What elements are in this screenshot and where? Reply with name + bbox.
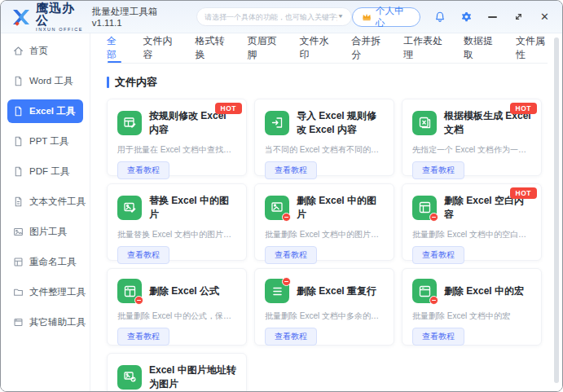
tool-title: Excel 中图片地址转为图片 [149,363,236,391]
brand-name-cn: 鹰迅办公 [36,2,86,26]
document-icon [13,136,24,147]
app-subtitle: 批量处理工具箱 v1.11.1 [92,6,187,28]
document-icon [13,166,24,177]
rows-delete-icon [265,279,289,303]
notification-bell-icon[interactable] [434,11,446,24]
sidebar-item-label: PDF 工具 [29,165,69,178]
tool-card[interactable]: HOT 按规则修改 Excel 内容 用于批量在 Excel 文档中查找并替换/… [107,99,247,176]
view-tutorial-button[interactable]: 查看教程 [265,161,317,179]
tool-card[interactable]: 删除 Excel 中的图片 批量删除 Excel 文档中的图片，可以... 查看… [254,183,394,261]
tab-worksheet[interactable]: 工作表处理 [403,33,443,63]
tool-title: 导入 Excel 规则修改 Excel 内容 [297,109,384,137]
brand-logo-icon [11,7,32,28]
sidebar-item-misc[interactable]: 其它辅助工具 [7,311,83,334]
sidebar-item-excel[interactable]: Excel 工具 [7,99,83,123]
sidebar-item-label: PPT 工具 [29,135,68,148]
minimize-button[interactable] [486,11,499,24]
tool-description: 批量删除 Excel 文档中的宏 [412,311,531,322]
excel-edit-icon [117,111,142,135]
sidebar-item-textfile[interactable]: 文本文件工具 [7,190,83,214]
sidebar-item-label: 首页 [29,45,48,57]
tool-description: 批量删除 Excel 文档中多余的重复行 [265,311,384,322]
sidebar-item-home[interactable]: 首页 [7,39,83,63]
tool-card[interactable]: 导入 Excel 规则修改 Excel 内容 当不同的 Excel 文档有不同的… [254,99,394,176]
tool-description: 批量删除 Excel 中的公式，保留计算... [117,311,236,322]
maximize-button[interactable] [512,11,525,24]
vertical-scrollbar[interactable] [554,37,559,383]
sidebar-item-image[interactable]: 图片工具 [7,220,83,244]
sidebar-item-pdf[interactable]: PDF 工具 [7,160,83,183]
search-input[interactable] [205,13,337,21]
close-button[interactable]: ✕ [539,11,551,24]
chevron-down-icon[interactable]: ▼ [337,14,344,20]
tool-description: 用于批量在 Excel 文档中查找并替换/... [117,144,236,156]
tool-card[interactable]: 替换 Excel 中的图片 批量替换 Excel 文档中的图片，可以... 查看… [107,183,247,261]
tab-data-extract[interactable]: 数据提取 [464,33,495,63]
minus-badge-icon [282,213,291,222]
tool-card[interactable]: HOT 删除 Excel 空白内容 批量删除 Excel 文档中的空白工作表..… [402,183,542,261]
tool-description: 先指定一个 Excel 文档作为一个模板... [412,144,531,156]
tool-title: 删除 Excel 中的图片 [297,194,384,222]
view-tutorial-button[interactable]: 查看教程 [412,246,464,264]
hot-badge: HOT [215,103,242,114]
document-icon [13,196,24,207]
tab-file-props[interactable]: 文件属性 [516,33,548,63]
minus-badge-icon [134,296,143,305]
view-tutorial-button[interactable]: 查看教程 [265,328,317,346]
sidebar-item-ppt[interactable]: PPT 工具 [7,130,83,153]
view-tutorial-button[interactable]: 查看教程 [117,161,169,179]
folder-icon [13,287,24,297]
sidebar-item-label: 文本文件工具 [29,196,86,208]
category-tabs: 全部 文件内容 格式转换 页眉页脚 文件水印 合并拆分 工作表处理 数据提取 文… [107,33,548,64]
tool-card[interactable]: HOT 根据模板生成 Excel 文档 先指定一个 Excel 文档作为一个模板… [402,99,542,176]
tab-all[interactable]: 全部 [107,33,122,63]
window-body: 首页 Word 工具 Excel 工具 PPT 工具 PDF 工具 文本文件工具 [1,33,562,391]
image-delete-icon [265,196,289,220]
sidebar-item-organize[interactable]: 文件整理工具 [7,280,83,304]
tab-header-footer[interactable]: 页眉页脚 [247,33,279,63]
section-title: 文件内容 [115,75,157,90]
section-header: 文件内容 [107,75,562,90]
sidebar-item-label: 其它辅助工具 [29,316,86,328]
sidebar-nav: 首页 Word 工具 Excel 工具 PPT 工具 PDF 工具 文本文件工具 [1,33,90,391]
view-tutorial-button[interactable]: 查看教程 [412,161,464,179]
sidebar-item-label: Word 工具 [29,75,73,87]
sidebar-item-word[interactable]: Word 工具 [7,69,83,93]
formula-delete-icon [117,279,142,303]
title-bar: 鹰迅办公 INXUN OFFICE 批量处理工具箱 v1.11.1 ▼ 个人中心 [1,1,562,33]
function-search[interactable]: ▼ [196,7,352,26]
user-center-button[interactable]: 个人中心 [352,7,420,27]
tab-format-convert[interactable]: 格式转换 [195,33,227,63]
document-icon [13,106,24,117]
view-tutorial-button[interactable]: 查看教程 [412,328,464,346]
tool-description: 当不同的 Excel 文档有不同的修改规... [265,144,384,156]
user-center-label: 个人中心 [376,5,411,29]
view-tutorial-button[interactable]: 查看教程 [117,328,169,346]
tool-title: 删除 Excel 重复行 [297,284,376,298]
document-icon [13,76,24,86]
excel-import-icon [265,111,289,135]
view-tutorial-button[interactable]: 查看教程 [265,246,317,264]
tab-file-content[interactable]: 文件内容 [143,33,174,63]
tool-card[interactable]: 删除 Excel 公式 批量删除 Excel 中的公式，保留计算... 查看教程 [107,268,247,346]
tool-card[interactable]: 删除 Excel 中的宏 批量删除 Excel 文档中的宏 查看教程 [402,268,542,346]
blank-delete-icon [412,196,437,220]
tool-card[interactable]: 删除 Excel 重复行 批量删除 Excel 文档中多余的重复行 查看教程 [254,268,394,346]
app-window: 鹰迅办公 INXUN OFFICE 批量处理工具箱 v1.11.1 ▼ 个人中心 [0,0,563,392]
macro-delete-icon [412,279,437,303]
tool-description: 批量删除 Excel 文档中的空白工作表... [412,229,531,240]
tab-watermark[interactable]: 文件水印 [299,33,331,63]
tool-card[interactable]: Excel 中图片地址转为图片 查看教程 [107,353,247,391]
tool-title: 替换 Excel 中的图片 [149,194,236,222]
crown-icon [362,12,372,21]
main-content: 全部 文件内容 格式转换 页眉页脚 文件水印 合并拆分 工作表处理 数据提取 文… [90,33,562,391]
sidebar-item-rename[interactable]: 重命名工具 [7,250,83,274]
tab-merge-split[interactable]: 合并拆分 [351,33,383,63]
minus-badge-icon [429,213,438,222]
view-tutorial-button[interactable]: 查看教程 [117,246,169,264]
tool-title: 删除 Excel 公式 [149,284,219,298]
sidebar-item-label: 图片工具 [29,226,67,238]
hot-badge: HOT [510,187,537,199]
settings-gear-icon[interactable] [460,11,473,24]
tool-card-grid: HOT 按规则修改 Excel 内容 用于批量在 Excel 文档中查找并替换/… [107,99,562,391]
